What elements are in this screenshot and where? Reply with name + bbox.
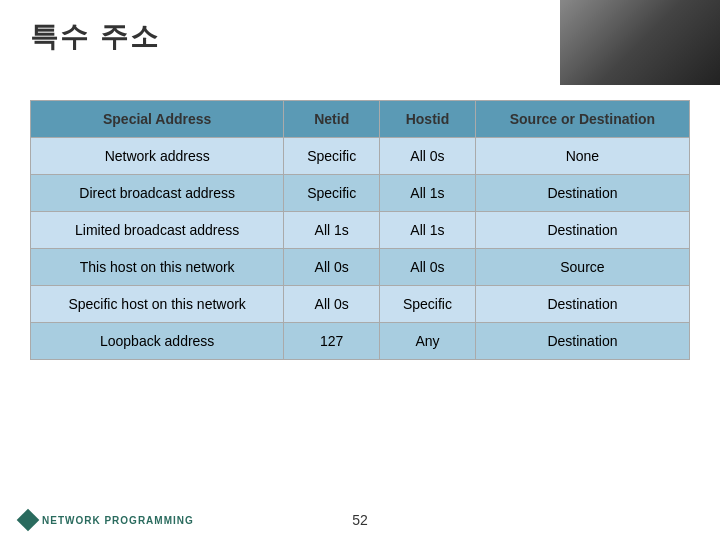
table-cell: Specific (380, 286, 476, 323)
table-cell: Specific host on this network (31, 286, 284, 323)
table-header-row: Special Address Netid Hostid Source or D… (31, 101, 690, 138)
page-title: 특수 주소 (30, 18, 160, 56)
table-cell: All 1s (284, 212, 380, 249)
col-header-hostid: Hostid (380, 101, 476, 138)
table-cell: All 0s (380, 138, 476, 175)
table-cell: Network address (31, 138, 284, 175)
col-header-source-destination: Source or Destination (475, 101, 689, 138)
col-header-special-address: Special Address (31, 101, 284, 138)
table-cell: Specific (284, 138, 380, 175)
table-cell: Any (380, 323, 476, 360)
table-cell: Loopback address (31, 323, 284, 360)
table-cell: Limited broadcast address (31, 212, 284, 249)
table-cell: All 1s (380, 212, 476, 249)
table-cell: None (475, 138, 689, 175)
table-cell: Destination (475, 212, 689, 249)
top-decoration (560, 0, 720, 85)
main-content: Special Address Netid Hostid Source or D… (30, 100, 690, 480)
table-row: Direct broadcast addressSpecificAll 1sDe… (31, 175, 690, 212)
table-row: Limited broadcast addressAll 1sAll 1sDes… (31, 212, 690, 249)
table-cell: All 0s (380, 249, 476, 286)
table-cell: All 0s (284, 286, 380, 323)
col-header-netid: Netid (284, 101, 380, 138)
title-area: 특수 주소 (30, 18, 160, 56)
table-cell: Destination (475, 175, 689, 212)
table-row: This host on this networkAll 0sAll 0sSou… (31, 249, 690, 286)
table-cell: This host on this network (31, 249, 284, 286)
table-cell: Destination (475, 286, 689, 323)
table-row: Network addressSpecificAll 0sNone (31, 138, 690, 175)
table-cell: Specific (284, 175, 380, 212)
page-number: 52 (352, 512, 368, 528)
special-address-table: Special Address Netid Hostid Source or D… (30, 100, 690, 360)
table-cell: Direct broadcast address (31, 175, 284, 212)
table-cell: 127 (284, 323, 380, 360)
table-row: Loopback address127AnyDestination (31, 323, 690, 360)
footer-center: 52 (0, 512, 720, 528)
table-cell: Source (475, 249, 689, 286)
table-cell: All 1s (380, 175, 476, 212)
table-cell: Destination (475, 323, 689, 360)
table-cell: All 0s (284, 249, 380, 286)
table-row: Specific host on this networkAll 0sSpeci… (31, 286, 690, 323)
